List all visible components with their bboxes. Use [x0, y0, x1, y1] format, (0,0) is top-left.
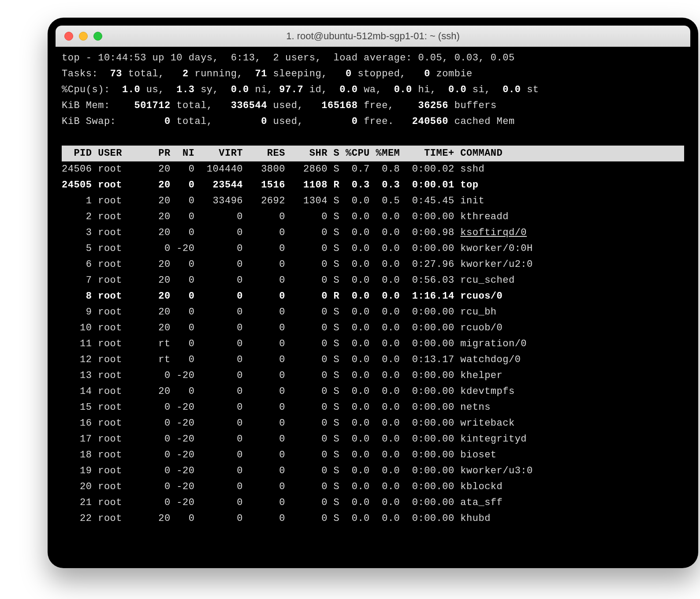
summary-value: 336544: [231, 100, 273, 111]
summary-value: 0: [352, 116, 364, 127]
window-title: 1. root@ubuntu-512mb-sgp1-01: ~ (ssh): [56, 30, 690, 42]
summary-value: 0.0: [394, 84, 418, 95]
terminal-output[interactable]: top - 10:44:53 up 10 days, 6:13, 2 users…: [56, 47, 690, 533]
process-row: 6 root 20 0 0 0 0 S 0.0 0.0 0:27.96 kwor…: [62, 259, 533, 270]
summary-value: 0.0: [339, 84, 364, 95]
summary-value: 73: [110, 68, 128, 79]
process-row: 5 root 0 -20 0 0 0 S 0.0 0.0 0:00.00 kwo…: [62, 243, 533, 254]
process-row: 24506 root 20 0 104440 3800 2860 S 0.7 0…: [62, 164, 484, 175]
process-row: 1 root 20 0 33496 2692 1304 S 0.0 0.5 0:…: [62, 195, 484, 206]
process-row: 20 root 0 -20 0 0 0 S 0.0 0.0 0:00.00 kb…: [62, 481, 503, 492]
summary-line: %Cpu(s): 1.0 us, 1.3 sy, 0.0 ni, 97.7 id…: [62, 84, 539, 95]
process-row: 17 root 0 -20 0 0 0 S 0.0 0.0 0:00.00 ki…: [62, 434, 527, 445]
process-row: 10 root 20 0 0 0 0 S 0.0 0.0 0:00.00 rcu…: [62, 322, 503, 333]
process-row: 13 root 0 -20 0 0 0 S 0.0 0.0 0:00.00 kh…: [62, 370, 503, 381]
summary-value: 0: [346, 68, 357, 79]
process-row: 19 root 0 -20 0 0 0 S 0.0 0.0 0:00.00 kw…: [62, 465, 533, 476]
summary-value: 0: [164, 116, 176, 127]
process-row: 3 root 20 0 0 0 0 S 0.0 0.0 0:00.98 ksof…: [62, 227, 527, 238]
summary-value: 71: [255, 68, 273, 79]
process-row: 21 root 0 -20 0 0 0 S 0.0 0.0 0:00.00 at…: [62, 497, 503, 508]
process-row: 7 root 20 0 0 0 0 S 0.0 0.0 0:56.03 rcu_…: [62, 275, 515, 286]
process-row: 14 root 20 0 0 0 0 S 0.0 0.0 0:00.00 kde…: [62, 386, 515, 397]
process-row: 18 root 0 -20 0 0 0 S 0.0 0.0 0:00.00 bi…: [62, 449, 497, 460]
process-table-header: PID USER PR NI VIRT RES SHR S %CPU %MEM …: [62, 146, 684, 161]
process-row: 9 root 20 0 0 0 0 S 0.0 0.0 0:00.00 rcu_…: [62, 307, 497, 318]
summary-value: 165168: [321, 100, 364, 111]
process-row: 24505 root 20 0 23544 1516 1108 R 0.3 0.…: [62, 180, 478, 191]
summary-value: 2: [182, 68, 194, 79]
summary-line: KiB Swap: 0 total, 0 used, 0 free. 24056…: [62, 116, 515, 127]
summary-line: top - 10:44:53 up 10 days, 6:13, 2 users…: [62, 52, 515, 64]
summary-value: 0.0: [503, 84, 527, 95]
summary-value: 1.0: [122, 84, 146, 95]
summary-value: 0.0: [231, 84, 255, 95]
summary-value: 501712: [134, 100, 176, 111]
summary-line: KiB Mem: 501712 total, 336544 used, 1651…: [62, 100, 497, 111]
process-row: 11 root rt 0 0 0 0 S 0.0 0.0 0:00.00 mig…: [62, 338, 527, 349]
summary-value: 0.0: [448, 84, 473, 95]
summary-value: 0: [261, 116, 273, 127]
process-row: 12 root rt 0 0 0 0 S 0.0 0.0 0:13.17 wat…: [62, 354, 521, 365]
process-command: ksoftirqd/0: [460, 227, 527, 238]
process-row: 16 root 0 -20 0 0 0 S 0.0 0.0 0:00.00 wr…: [62, 418, 515, 429]
terminal-window: 1. root@ubuntu-512mb-sgp1-01: ~ (ssh) to…: [48, 18, 698, 568]
summary-value: 240560: [412, 116, 454, 127]
process-row: 2 root 20 0 0 0 0 S 0.0 0.0 0:00.00 kthr…: [62, 211, 509, 222]
summary-value: 0: [424, 68, 436, 79]
window-titlebar: 1. root@ubuntu-512mb-sgp1-01: ~ (ssh): [56, 26, 690, 47]
summary-value: 1.3: [176, 84, 201, 95]
summary-line: Tasks: 73 total, 2 running, 71 sleeping,…: [62, 68, 473, 79]
summary-value: 97.7: [279, 84, 309, 95]
process-row: 15 root 0 -20 0 0 0 S 0.0 0.0 0:00.00 ne…: [62, 402, 491, 413]
process-row: 22 root 20 0 0 0 0 S 0.0 0.0 0:00.00 khu…: [62, 513, 491, 524]
summary-value: 36256: [418, 100, 454, 111]
process-row: 8 root 20 0 0 0 0 R 0.0 0.0 1:16.14 rcuo…: [62, 291, 503, 302]
